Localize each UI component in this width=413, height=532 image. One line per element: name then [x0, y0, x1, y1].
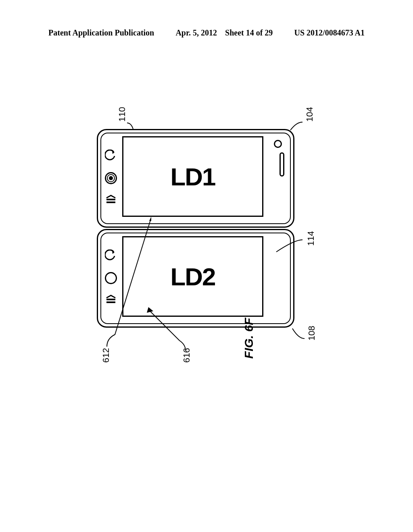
page-header: Patent Application Publication Apr. 5, 2…	[0, 28, 413, 37]
leader-114	[272, 238, 305, 258]
publication-number: US 2012/0084673 A1	[294, 28, 365, 37]
reference-114: 114	[306, 231, 316, 246]
screen-label-ld2: LD2	[170, 262, 215, 291]
leader-108	[288, 324, 309, 341]
camera-icon	[274, 140, 282, 148]
menu-icon	[105, 195, 117, 204]
reference-110: 110	[117, 107, 127, 122]
leader-612	[103, 214, 151, 351]
speaker-icon	[280, 152, 284, 177]
leader-104	[286, 120, 307, 136]
figure-6f: LD1 LD2	[81, 105, 323, 387]
leader-110	[125, 121, 149, 141]
date-sheet: Apr. 5, 2012 Sheet 14 of 29	[175, 28, 273, 37]
reference-104: 104	[305, 107, 315, 122]
leader-616	[145, 306, 190, 355]
svg-rect-1	[106, 202, 115, 203]
publication-date: Apr. 5, 2012	[175, 28, 217, 37]
sheet-number: Sheet 14 of 29	[225, 28, 273, 37]
primary-screen-housing: LD1	[97, 129, 294, 228]
publication-label: Patent Application Publication	[48, 28, 154, 37]
primary-touch-screen: LD1	[122, 136, 263, 217]
nav-buttons-primary	[104, 150, 118, 204]
figure-caption: FIG. 6F	[242, 318, 256, 359]
back-icon	[105, 150, 117, 162]
screen-label-ld1: LD1	[170, 162, 215, 191]
home-icon	[105, 172, 117, 184]
svg-rect-0	[106, 199, 115, 200]
